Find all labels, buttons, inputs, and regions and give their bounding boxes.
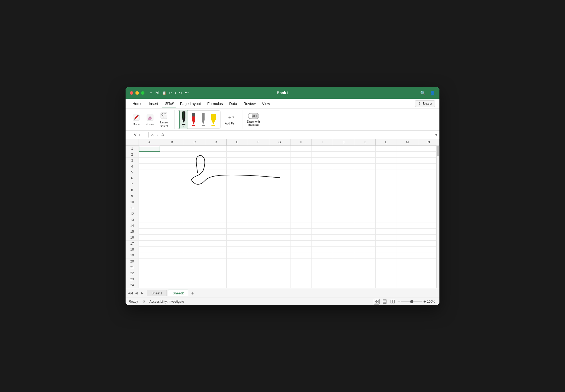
row-number-2[interactable]: 2	[126, 152, 139, 157]
green-pen-tool[interactable]: ▾	[179, 110, 188, 129]
undo-dropdown-icon[interactable]: ▾	[175, 91, 176, 95]
col-header-a[interactable]: A	[139, 139, 160, 145]
col-header-h[interactable]: H	[290, 139, 312, 145]
add-pen-button[interactable]: ＋ ▾ Add Pen	[223, 112, 238, 126]
cell-m1[interactable]	[397, 146, 418, 152]
col-header-c[interactable]: C	[184, 139, 205, 145]
cell-d1[interactable]	[205, 146, 227, 152]
cell-a1[interactable]	[139, 146, 160, 152]
row-number-7[interactable]: 7	[126, 181, 139, 187]
row-number-3[interactable]: 3	[126, 158, 139, 164]
row-number-17[interactable]: 17	[126, 241, 139, 247]
accessibility-text[interactable]: Accessibility: Investigate	[149, 300, 184, 303]
formula-cancel-icon[interactable]: ✕	[151, 133, 154, 137]
zoom-in-button[interactable]: +	[423, 299, 426, 304]
page-break-view-button[interactable]	[390, 299, 396, 305]
more-icon[interactable]: •••	[185, 91, 189, 95]
row-number-8[interactable]: 8	[126, 187, 139, 193]
cell-l1[interactable]	[376, 146, 397, 152]
accessibility-icon[interactable]: ♾	[142, 300, 145, 303]
col-header-l[interactable]: L	[376, 139, 397, 145]
menu-page-layout[interactable]: Page Layout	[177, 101, 204, 107]
row-number-22[interactable]: 22	[126, 270, 139, 276]
cell-i1[interactable]	[312, 146, 333, 152]
menu-view[interactable]: View	[259, 101, 273, 107]
row-number-5[interactable]: 5	[126, 169, 139, 175]
draw-trackpad-toggle[interactable]: OFF	[248, 113, 259, 119]
formula-dropdown-icon[interactable]: ▾	[435, 132, 437, 137]
share-button[interactable]: ⇧ Share	[415, 100, 435, 107]
col-header-e[interactable]: E	[227, 139, 248, 145]
row-number-21[interactable]: 21	[126, 264, 139, 270]
yellow-highlighter-tool[interactable]	[209, 112, 218, 127]
col-header-g[interactable]: G	[269, 139, 290, 145]
sheet-nav-prev[interactable]: ◀	[134, 290, 139, 296]
search-icon[interactable]: 🔍	[420, 90, 426, 95]
eraser-button[interactable]: Eraser	[144, 112, 156, 127]
undo-icon[interactable]: ↩	[169, 91, 172, 95]
cell-reference-box[interactable]: A1 ↕	[128, 132, 146, 138]
cell-k1[interactable]	[354, 146, 376, 152]
row-number-18[interactable]: 18	[126, 247, 139, 252]
row-number-19[interactable]: 19	[126, 252, 139, 258]
row-number-15[interactable]: 15	[126, 229, 139, 235]
redo-icon[interactable]: ↪	[179, 91, 182, 95]
sheet-nav-next[interactable]: ▶	[139, 290, 145, 296]
cell-f1[interactable]	[248, 146, 269, 152]
formula-fx-icon[interactable]: fx	[161, 133, 164, 137]
normal-view-button[interactable]	[374, 299, 380, 305]
add-sheet-button[interactable]: ＋	[189, 290, 196, 296]
row-number-10[interactable]: 10	[126, 199, 139, 205]
menu-formulas[interactable]: Formulas	[205, 101, 225, 107]
cell-j1[interactable]	[333, 146, 354, 152]
row-number-11[interactable]: 11	[126, 205, 139, 211]
row-number-4[interactable]: 4	[126, 164, 139, 169]
page-layout-view-button[interactable]	[382, 299, 388, 305]
col-header-b[interactable]: B	[160, 139, 184, 145]
menu-data[interactable]: Data	[227, 101, 240, 107]
sheet-tab-sheet2[interactable]: Sheet2	[168, 290, 188, 296]
save-icon[interactable]: 🖫	[155, 90, 159, 95]
minimize-button[interactable]	[135, 91, 139, 95]
cell-h1[interactable]	[290, 146, 312, 152]
row-number-9[interactable]: 9	[126, 193, 139, 199]
sheet-tab-sheet1[interactable]: Sheet1	[147, 290, 167, 296]
maximize-button[interactable]	[141, 91, 144, 95]
red-pen-tool[interactable]	[189, 112, 198, 127]
row-number-13[interactable]: 13	[126, 217, 139, 223]
row-number-23[interactable]: 23	[126, 276, 139, 282]
formula-confirm-icon[interactable]: ✓	[156, 133, 159, 137]
row-number-16[interactable]: 16	[126, 235, 139, 240]
lasso-select-button[interactable]: Lasso Select	[157, 110, 170, 129]
row-number-1[interactable]: 1	[126, 146, 139, 152]
zoom-out-button[interactable]: –	[398, 299, 400, 304]
col-header-m[interactable]: M	[397, 139, 418, 145]
home-icon[interactable]: ⌂	[150, 90, 152, 95]
cell-b1[interactable]	[160, 146, 184, 152]
save-alt-icon[interactable]: 📋	[162, 91, 166, 95]
col-header-k[interactable]: K	[354, 139, 376, 145]
gray-pen-tool[interactable]	[199, 112, 207, 127]
menu-insert[interactable]: Insert	[146, 101, 161, 107]
row-number-24[interactable]: 24	[126, 282, 139, 288]
col-header-n[interactable]: N	[418, 139, 439, 145]
zoom-slider[interactable]	[401, 301, 422, 302]
sheet-nav-first[interactable]: ◀◀	[128, 290, 133, 296]
vertical-scrollbar[interactable]	[436, 139, 439, 288]
cell-c1[interactable]	[184, 146, 205, 152]
col-header-d[interactable]: D	[205, 139, 227, 145]
close-button[interactable]	[130, 91, 133, 95]
menu-home[interactable]: Home	[130, 101, 145, 107]
menu-draw[interactable]: Draw	[162, 100, 176, 107]
col-header-f[interactable]: F	[248, 139, 269, 145]
row-number-20[interactable]: 20	[126, 258, 139, 264]
cell-e1[interactable]	[227, 146, 248, 152]
col-header-i[interactable]: I	[312, 139, 333, 145]
col-header-j[interactable]: J	[333, 139, 354, 145]
cell-g1[interactable]	[269, 146, 290, 152]
row-number-6[interactable]: 6	[126, 175, 139, 181]
profile-icon[interactable]: 👤	[430, 90, 435, 95]
menu-review[interactable]: Review	[241, 101, 258, 107]
row-number-14[interactable]: 14	[126, 223, 139, 229]
draw-tool-button[interactable]: Draw	[130, 112, 143, 127]
